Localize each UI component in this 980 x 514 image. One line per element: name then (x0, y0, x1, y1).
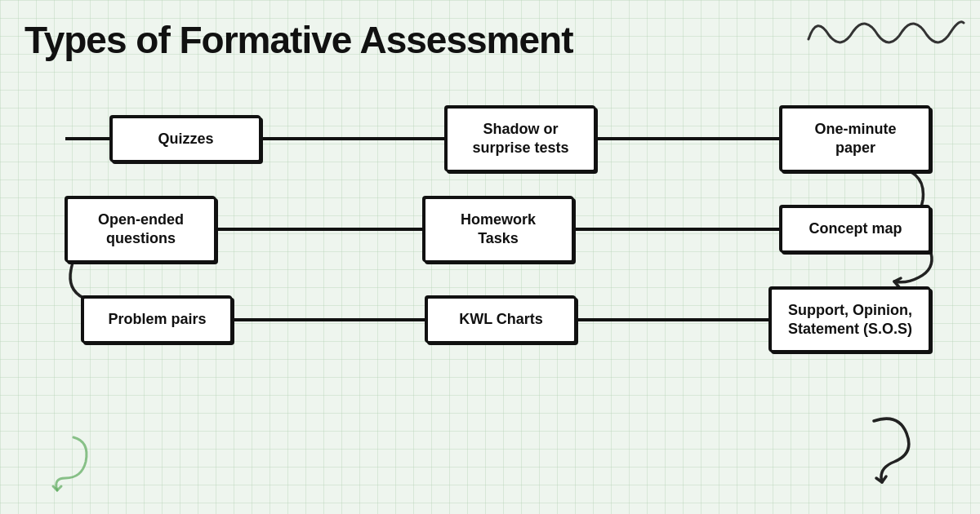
boxes-area: Quizzes Shadow orsurprise tests One-minu… (65, 98, 931, 490)
connector-5-6 (574, 228, 781, 231)
squiggle-top-right-deco (800, 7, 964, 59)
one-minute-paper-label: One-minutepaper (814, 121, 896, 156)
row1-left-stub (65, 137, 110, 140)
homework-tasks-label: HomeworkTasks (461, 211, 536, 246)
open-ended-box: Open-endedquestions (65, 197, 216, 263)
concept-map-label: Concept map (808, 220, 902, 237)
sos-box: Support, Opinion,Statement (S.O.S) (769, 287, 931, 353)
page-title: Types of Formative Assessment (24, 18, 572, 62)
kwl-charts-box: KWL Charts (425, 296, 577, 343)
quizzes-box: Quizzes (110, 116, 261, 162)
connector-7-8 (233, 318, 425, 321)
kwl-charts-label: KWL Charts (459, 311, 543, 327)
connector-2-3 (596, 137, 780, 140)
problem-pairs-box: Problem pairs (82, 296, 233, 343)
open-ended-label: Open-endedquestions (98, 211, 184, 246)
connector-8-9 (577, 318, 769, 321)
homework-tasks-box: HomeworkTasks (423, 197, 574, 263)
one-minute-paper-box: One-minutepaper (780, 106, 931, 172)
shadow-surprise-box: Shadow orsurprise tests (445, 106, 596, 172)
concept-map-box: Concept map (780, 206, 931, 252)
shadow-surprise-label: Shadow orsurprise tests (472, 121, 568, 156)
connector-1-2 (261, 137, 445, 140)
sos-label: Support, Opinion,Statement (S.O.S) (788, 302, 912, 337)
page: Types of Formative Assessment (0, 0, 980, 514)
row-3: Problem pairs KWL Charts Support, Opinio… (65, 287, 931, 353)
problem-pairs-label: Problem pairs (108, 311, 206, 327)
row-1: Quizzes Shadow orsurprise tests One-minu… (65, 106, 931, 172)
row-2: Open-endedquestions HomeworkTasks Concep… (65, 197, 931, 263)
connector-4-5 (216, 228, 423, 231)
quizzes-label: Quizzes (158, 131, 213, 147)
